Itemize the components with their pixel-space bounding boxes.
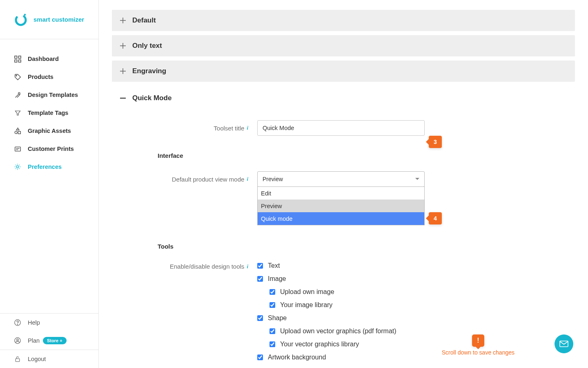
svg-point-21: [17, 339, 19, 341]
checkbox-image-library[interactable]: [270, 302, 275, 308]
svg-line-8: [17, 94, 20, 97]
sidebar-item-preferences[interactable]: Preferences: [0, 158, 98, 176]
chevron-down-icon: [415, 178, 419, 182]
option-preview[interactable]: Preview: [258, 200, 424, 212]
check-text: Text: [257, 262, 452, 269]
check-vector-library: Your vector graphics library: [270, 341, 452, 348]
svg-marker-10: [15, 111, 20, 115]
dashboard-icon: [13, 56, 22, 63]
scroll-hint-text: Scroll down to save changes: [442, 349, 514, 356]
sidebar-bottom: Help Plan Store + Logout: [0, 313, 98, 368]
nav-label: Design Templates: [28, 92, 78, 98]
option-edit[interactable]: Edit: [258, 187, 424, 200]
mail-icon: [559, 341, 568, 347]
accordion-title: Only text: [132, 42, 162, 50]
sidebar: smart customizer Dashboard Products Desi…: [0, 0, 99, 368]
plus-icon: [119, 17, 127, 24]
row-toolset-title: Toolset title i 3: [135, 120, 452, 136]
sidebar-item-products[interactable]: Products: [0, 68, 98, 86]
svg-point-17: [16, 166, 18, 168]
label-enable-tools: Enable/disable design tools i: [135, 262, 257, 270]
svg-rect-22: [16, 359, 20, 361]
check-image: Image: [257, 275, 452, 283]
svg-rect-3: [18, 56, 21, 58]
sidebar-item-design-templates[interactable]: Design Templates: [0, 86, 98, 104]
checkbox-artwork-bg[interactable]: [257, 355, 263, 360]
scroll-hint: ! Scroll down to save changes: [442, 334, 514, 356]
chat-button[interactable]: [555, 334, 573, 353]
tool-checklist: Text Image Upload own image: [257, 262, 452, 361]
svg-line-7: [15, 94, 18, 97]
label-toolset-title: Toolset title i: [135, 125, 257, 132]
prints-icon: [13, 146, 22, 153]
svg-point-19: [17, 324, 18, 324]
check-shape: Shape: [257, 314, 452, 322]
view-mode-select[interactable]: Preview: [257, 171, 425, 187]
accordion-default[interactable]: Default: [112, 10, 575, 31]
accordion-title: Default: [132, 16, 156, 25]
accordion-quick-mode: Quick Mode Toolset title i 3 Interface: [112, 86, 575, 368]
alert-icon: !: [472, 334, 484, 347]
view-mode-dropdown: Edit Preview Quick mode: [257, 186, 425, 225]
checkbox-upload-vector[interactable]: [270, 328, 275, 334]
accordion-only-text[interactable]: Only text: [112, 35, 575, 56]
svg-point-1: [24, 13, 26, 16]
info-icon[interactable]: i: [247, 125, 248, 131]
select-value: Preview: [263, 176, 283, 182]
section-tools: Tools: [158, 243, 452, 250]
user-icon: [13, 337, 22, 344]
plus-icon: [119, 42, 127, 49]
nav-label: Preferences: [28, 164, 62, 170]
check-image-library: Your image library: [270, 301, 452, 309]
check-upload-vector: Upload own vector graphics (pdf format): [270, 328, 452, 335]
checkbox-shape[interactable]: [257, 315, 263, 321]
sidebar-item-template-tags[interactable]: Template Tags: [0, 104, 98, 122]
checkbox-text[interactable]: [257, 263, 263, 269]
accordion-header[interactable]: Quick Mode: [112, 86, 575, 110]
svg-rect-13: [18, 131, 20, 134]
nav-label: Plan: [28, 337, 40, 344]
nav-label: Help: [28, 319, 40, 326]
info-icon[interactable]: i: [247, 176, 248, 182]
section-interface: Interface: [158, 152, 452, 159]
accordion-title: Quick Mode: [132, 94, 172, 102]
nav: Dashboard Products Design Templates Temp…: [0, 39, 98, 313]
svg-rect-14: [15, 147, 20, 151]
help-icon: [13, 319, 22, 326]
option-quick-mode[interactable]: Quick mode: [258, 212, 424, 225]
svg-point-9: [18, 92, 20, 94]
tag-icon: [13, 74, 22, 81]
nav-label: Logout: [28, 356, 46, 362]
svg-point-12: [15, 131, 17, 133]
check-artwork-bg: Artwork background: [257, 354, 452, 361]
sidebar-item-graphic-assets[interactable]: Graphic Assets: [0, 122, 98, 140]
checkbox-vector-library[interactable]: [270, 341, 275, 347]
sidebar-item-help[interactable]: Help: [0, 314, 98, 332]
lock-icon: [13, 356, 22, 362]
nav-label: Dashboard: [28, 56, 59, 62]
funnel-icon: [13, 110, 22, 116]
accordion-engraving[interactable]: Engraving: [112, 61, 575, 82]
callout-4: 4: [429, 212, 442, 224]
plus-icon: [119, 67, 127, 75]
row-view-mode: Default product view mode i Preview Edit…: [135, 171, 452, 227]
svg-rect-2: [14, 56, 17, 58]
svg-rect-5: [18, 60, 21, 62]
sidebar-item-dashboard[interactable]: Dashboard: [0, 50, 98, 68]
row-enable-tools: Enable/disable design tools i Text Image: [135, 262, 452, 367]
checkbox-image[interactable]: [257, 276, 263, 282]
info-icon[interactable]: i: [247, 263, 248, 270]
sidebar-item-customer-prints[interactable]: Customer Prints: [0, 140, 98, 158]
accordion-title: Engraving: [132, 67, 166, 75]
label-view-mode: Default product view mode i: [135, 171, 257, 187]
tools-icon: [13, 92, 22, 99]
logo[interactable]: smart customizer: [0, 0, 98, 39]
nav-label: Customer Prints: [28, 146, 74, 152]
minus-icon: [119, 94, 127, 102]
toolset-title-input[interactable]: [257, 120, 425, 136]
logo-text: smart customizer: [33, 16, 84, 23]
checkbox-upload-image[interactable]: [270, 289, 275, 295]
sidebar-item-plan[interactable]: Plan Store +: [0, 332, 98, 350]
sidebar-item-logout[interactable]: Logout: [0, 350, 98, 368]
logo-icon: [14, 13, 28, 27]
